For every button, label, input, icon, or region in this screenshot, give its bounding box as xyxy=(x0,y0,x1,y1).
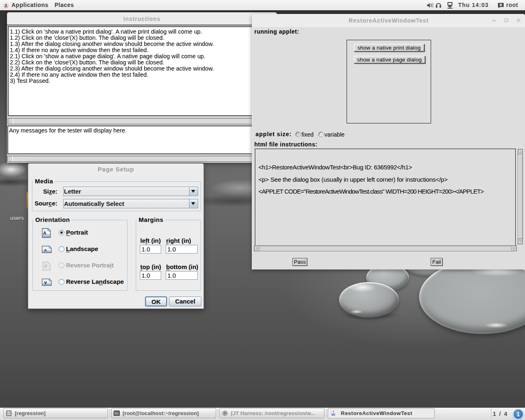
svg-text:A: A xyxy=(43,231,46,235)
svg-text:∀: ∀ xyxy=(43,281,47,285)
svg-text:A: A xyxy=(44,248,47,252)
svg-text:∀: ∀ xyxy=(44,264,48,269)
